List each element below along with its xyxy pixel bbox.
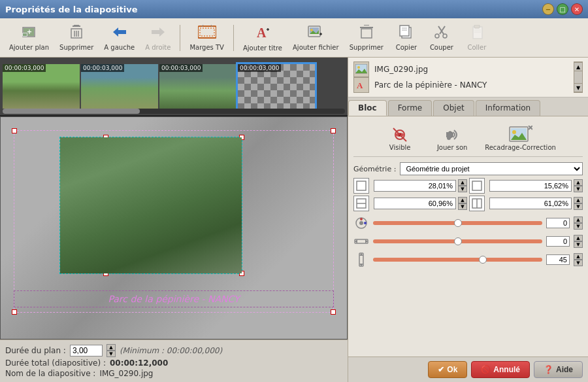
- pos-x-up[interactable]: ▲: [458, 179, 467, 186]
- slider-v-up[interactable]: ▲: [574, 253, 583, 260]
- slider-v-spin: ▲ ▼: [574, 253, 583, 266]
- window-title: Propriétés de la diapositive: [5, 5, 137, 14]
- slider-rotation-up[interactable]: ▲: [574, 217, 583, 223]
- paste-button[interactable]: Coller: [461, 22, 493, 54]
- tab-bloc[interactable]: Bloc: [348, 100, 387, 116]
- preview-caption: Parc de la pépinière - NANCY: [14, 290, 334, 307]
- ok-button[interactable]: ✔ Ok: [428, 361, 467, 378]
- copy-button[interactable]: Copier: [390, 22, 423, 54]
- slider-h-down[interactable]: ▼: [574, 241, 583, 248]
- pos-y-down[interactable]: ▼: [458, 203, 467, 210]
- right-button[interactable]: A droite: [141, 22, 174, 54]
- maximize-button[interactable]: □: [557, 3, 568, 15]
- film-time-1: 00:00:03,000: [3, 64, 46, 72]
- slider-h-track[interactable]: [373, 239, 542, 243]
- pos-h-down[interactable]: ▼: [574, 203, 583, 210]
- scroll-up[interactable]: ▲: [574, 62, 583, 71]
- film-item-1[interactable]: 00:00:03,000: [3, 64, 80, 109]
- left-button[interactable]: A gauche: [100, 22, 139, 54]
- window-controls: − □ ✕: [542, 3, 583, 15]
- tab-information[interactable]: Information: [476, 100, 540, 116]
- slider-rotation-down[interactable]: ▼: [574, 223, 583, 230]
- slider-h-value[interactable]: [546, 236, 570, 247]
- marges-tv-button[interactable]: Marges TV: [186, 22, 228, 54]
- play-sound-button[interactable]: Jouer son: [433, 126, 472, 151]
- slide-name-label: Nom de la diapositive :: [5, 369, 95, 378]
- svg-point-24: [310, 29, 313, 31]
- delete2-button[interactable]: Supprimer: [346, 22, 387, 54]
- pos-w-up[interactable]: ▲: [574, 179, 583, 186]
- duration-up[interactable]: ▲: [106, 344, 116, 351]
- add-title-button[interactable]: A Ajouter titre: [239, 22, 286, 54]
- add-title-label: Ajouter titre: [243, 44, 282, 52]
- close-button[interactable]: ✕: [571, 3, 583, 15]
- pos-y-up[interactable]: ▲: [458, 197, 467, 203]
- copy-label: Copier: [396, 44, 417, 51]
- duration-label: Durée du plan :: [5, 346, 66, 355]
- svg-rect-16: [200, 28, 214, 36]
- duration-down[interactable]: ▼: [106, 351, 116, 357]
- add-plan-button[interactable]: + Ajouter plan: [5, 22, 53, 54]
- pos-grid: ▲ ▼ ▲ ▼: [353, 178, 583, 211]
- file-subtitle: Parc de la pépinière - NANCY: [374, 80, 574, 90]
- film-item-2[interactable]: 00:00:03,000: [81, 64, 158, 109]
- slider-v-down[interactable]: ▼: [574, 260, 583, 266]
- visible-icon: [390, 126, 410, 144]
- add-title-icon: A: [255, 24, 270, 43]
- slide-name-row: Nom de la diapositive : IMG_0290.jpg: [5, 369, 342, 378]
- film-time-3: 00:00:03,000: [159, 64, 203, 72]
- svg-rect-14: [152, 30, 159, 34]
- tab-objet[interactable]: Objet: [433, 100, 474, 116]
- recadrage-label: Recadrage-Correction: [485, 144, 556, 151]
- subtitle-row: A Parc de la pépinière - NANCY: [353, 77, 574, 93]
- pos-x-input[interactable]: [374, 180, 456, 192]
- slider-rotation-value[interactable]: [546, 218, 570, 228]
- separator-2: [233, 25, 234, 51]
- marges-tv-label: Marges TV: [189, 44, 224, 51]
- tab-forme[interactable]: Forme: [388, 100, 433, 116]
- pos-h-input[interactable]: [489, 198, 572, 209]
- pos-y-input[interactable]: [374, 198, 456, 209]
- slider-rotation-row: ▲ ▼: [353, 215, 583, 231]
- marges-tv-icon: [198, 25, 216, 43]
- pos-w-icon: [469, 178, 485, 194]
- duration-input[interactable]: [70, 345, 103, 356]
- cancel-button[interactable]: 🚫 Annulé: [471, 361, 530, 378]
- help-button[interactable]: ❓ Aide: [534, 361, 583, 378]
- geometry-select[interactable]: Géométrie du projet: [400, 162, 583, 175]
- filename-row: IMG_0290.jpg: [353, 61, 574, 77]
- left-icon: [112, 25, 127, 43]
- pos-w-down[interactable]: ▼: [574, 186, 583, 192]
- slider-v-value[interactable]: [546, 254, 570, 265]
- svg-rect-12: [118, 30, 126, 34]
- slider-v-track[interactable]: [373, 258, 542, 262]
- svg-text:A: A: [257, 26, 267, 40]
- pos-h-up[interactable]: ▲: [574, 197, 583, 203]
- film-item-3[interactable]: 00:00:03,000: [159, 64, 237, 109]
- total-value: 00:00:12,000: [110, 358, 168, 368]
- recadrage-button[interactable]: Recadrage-Correction: [485, 126, 556, 151]
- slider-h-up[interactable]: ▲: [574, 235, 583, 241]
- visible-label: Visible: [389, 144, 411, 151]
- pos-x-spin: ▲ ▼: [458, 179, 467, 192]
- slider-v-thumb[interactable]: [479, 256, 487, 264]
- pos-w-input[interactable]: [489, 180, 572, 192]
- slider-rotation-thumb[interactable]: [454, 219, 462, 227]
- delete-button[interactable]: Supprimer: [56, 22, 97, 54]
- minimize-button[interactable]: −: [542, 3, 554, 15]
- add-file-icon: [308, 25, 323, 43]
- filmstrip-scrollbar[interactable]: [3, 109, 345, 114]
- cut-button[interactable]: Couper: [425, 22, 458, 54]
- film-item-4[interactable]: 00:00:03,000: [238, 64, 315, 109]
- add-file-button[interactable]: Ajouter fichier: [289, 22, 343, 54]
- tab-content-bloc: Visible Jouer son: [348, 116, 588, 356]
- visible-button[interactable]: Visible: [380, 126, 419, 151]
- slider-h-thumb[interactable]: [454, 237, 462, 245]
- pos-x-down[interactable]: ▼: [458, 186, 467, 192]
- slider-rotation-track[interactable]: [373, 221, 542, 225]
- filmstrip-scrollbar-thumb: [3, 109, 140, 114]
- scroll-down[interactable]: ▼: [574, 83, 583, 92]
- cut-label: Couper: [430, 44, 453, 51]
- pos-y-icon: [353, 196, 369, 211]
- left-label: A gauche: [104, 44, 135, 51]
